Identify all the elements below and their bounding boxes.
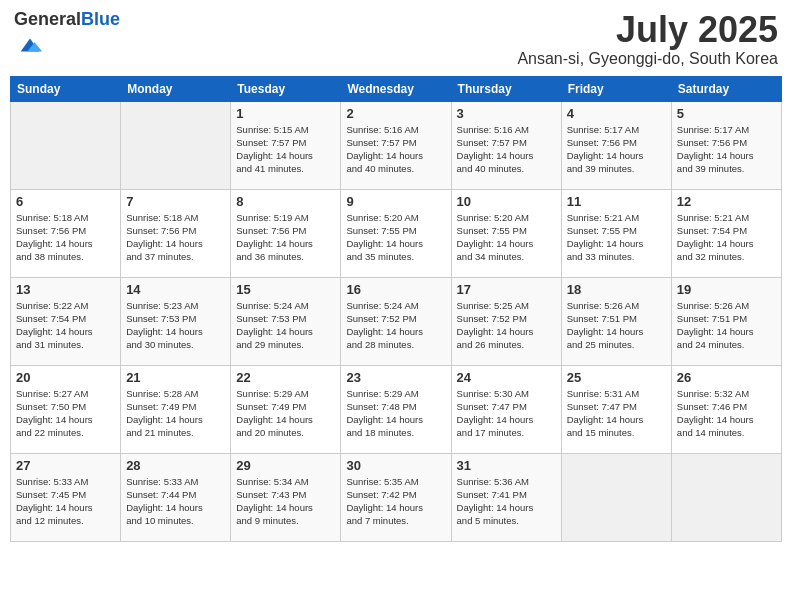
day-number: 30 [346, 458, 445, 473]
day-number: 11 [567, 194, 666, 209]
calendar-cell [121, 101, 231, 189]
title-block: July 2025 Ansan-si, Gyeonggi-do, South K… [517, 10, 778, 68]
calendar-cell: 3Sunrise: 5:16 AM Sunset: 7:57 PM Daylig… [451, 101, 561, 189]
calendar-cell: 26Sunrise: 5:32 AM Sunset: 7:46 PM Dayli… [671, 365, 781, 453]
day-detail: Sunrise: 5:29 AM Sunset: 7:49 PM Dayligh… [236, 387, 335, 440]
calendar-cell: 15Sunrise: 5:24 AM Sunset: 7:53 PM Dayli… [231, 277, 341, 365]
day-number: 24 [457, 370, 556, 385]
day-detail: Sunrise: 5:28 AM Sunset: 7:49 PM Dayligh… [126, 387, 225, 440]
logo-general: General [14, 9, 81, 29]
day-detail: Sunrise: 5:31 AM Sunset: 7:47 PM Dayligh… [567, 387, 666, 440]
location-title: Ansan-si, Gyeonggi-do, South Korea [517, 50, 778, 68]
weekday-header-cell: Sunday [11, 76, 121, 101]
logo: GeneralBlue [14, 10, 120, 62]
weekday-header-cell: Tuesday [231, 76, 341, 101]
calendar-cell: 10Sunrise: 5:20 AM Sunset: 7:55 PM Dayli… [451, 189, 561, 277]
calendar-cell: 16Sunrise: 5:24 AM Sunset: 7:52 PM Dayli… [341, 277, 451, 365]
calendar-cell: 21Sunrise: 5:28 AM Sunset: 7:49 PM Dayli… [121, 365, 231, 453]
day-number: 26 [677, 370, 776, 385]
day-number: 20 [16, 370, 115, 385]
day-detail: Sunrise: 5:17 AM Sunset: 7:56 PM Dayligh… [677, 123, 776, 176]
day-number: 29 [236, 458, 335, 473]
calendar-cell: 29Sunrise: 5:34 AM Sunset: 7:43 PM Dayli… [231, 453, 341, 541]
day-detail: Sunrise: 5:24 AM Sunset: 7:53 PM Dayligh… [236, 299, 335, 352]
day-number: 25 [567, 370, 666, 385]
calendar-table: SundayMondayTuesdayWednesdayThursdayFrid… [10, 76, 782, 542]
day-detail: Sunrise: 5:35 AM Sunset: 7:42 PM Dayligh… [346, 475, 445, 528]
day-number: 5 [677, 106, 776, 121]
day-detail: Sunrise: 5:30 AM Sunset: 7:47 PM Dayligh… [457, 387, 556, 440]
weekday-header-cell: Thursday [451, 76, 561, 101]
day-detail: Sunrise: 5:26 AM Sunset: 7:51 PM Dayligh… [677, 299, 776, 352]
calendar-cell: 23Sunrise: 5:29 AM Sunset: 7:48 PM Dayli… [341, 365, 451, 453]
day-detail: Sunrise: 5:19 AM Sunset: 7:56 PM Dayligh… [236, 211, 335, 264]
day-detail: Sunrise: 5:16 AM Sunset: 7:57 PM Dayligh… [346, 123, 445, 176]
day-number: 19 [677, 282, 776, 297]
calendar-cell: 4Sunrise: 5:17 AM Sunset: 7:56 PM Daylig… [561, 101, 671, 189]
calendar-cell: 12Sunrise: 5:21 AM Sunset: 7:54 PM Dayli… [671, 189, 781, 277]
calendar-cell: 13Sunrise: 5:22 AM Sunset: 7:54 PM Dayli… [11, 277, 121, 365]
day-number: 2 [346, 106, 445, 121]
day-detail: Sunrise: 5:33 AM Sunset: 7:44 PM Dayligh… [126, 475, 225, 528]
calendar-cell: 1Sunrise: 5:15 AM Sunset: 7:57 PM Daylig… [231, 101, 341, 189]
day-number: 31 [457, 458, 556, 473]
day-number: 28 [126, 458, 225, 473]
calendar-week-row: 13Sunrise: 5:22 AM Sunset: 7:54 PM Dayli… [11, 277, 782, 365]
day-number: 1 [236, 106, 335, 121]
calendar-cell: 7Sunrise: 5:18 AM Sunset: 7:56 PM Daylig… [121, 189, 231, 277]
day-number: 4 [567, 106, 666, 121]
page-header: GeneralBlue July 2025 Ansan-si, Gyeonggi… [10, 10, 782, 68]
day-number: 27 [16, 458, 115, 473]
calendar-week-row: 6Sunrise: 5:18 AM Sunset: 7:56 PM Daylig… [11, 189, 782, 277]
calendar-cell: 27Sunrise: 5:33 AM Sunset: 7:45 PM Dayli… [11, 453, 121, 541]
day-detail: Sunrise: 5:21 AM Sunset: 7:54 PM Dayligh… [677, 211, 776, 264]
calendar-week-row: 27Sunrise: 5:33 AM Sunset: 7:45 PM Dayli… [11, 453, 782, 541]
day-detail: Sunrise: 5:22 AM Sunset: 7:54 PM Dayligh… [16, 299, 115, 352]
day-detail: Sunrise: 5:29 AM Sunset: 7:48 PM Dayligh… [346, 387, 445, 440]
calendar-cell [11, 101, 121, 189]
day-number: 7 [126, 194, 225, 209]
day-detail: Sunrise: 5:34 AM Sunset: 7:43 PM Dayligh… [236, 475, 335, 528]
calendar-cell: 28Sunrise: 5:33 AM Sunset: 7:44 PM Dayli… [121, 453, 231, 541]
day-detail: Sunrise: 5:32 AM Sunset: 7:46 PM Dayligh… [677, 387, 776, 440]
weekday-header-cell: Wednesday [341, 76, 451, 101]
day-detail: Sunrise: 5:15 AM Sunset: 7:57 PM Dayligh… [236, 123, 335, 176]
day-detail: Sunrise: 5:21 AM Sunset: 7:55 PM Dayligh… [567, 211, 666, 264]
calendar-cell: 18Sunrise: 5:26 AM Sunset: 7:51 PM Dayli… [561, 277, 671, 365]
calendar-body: 1Sunrise: 5:15 AM Sunset: 7:57 PM Daylig… [11, 101, 782, 541]
calendar-cell [671, 453, 781, 541]
day-number: 13 [16, 282, 115, 297]
day-detail: Sunrise: 5:24 AM Sunset: 7:52 PM Dayligh… [346, 299, 445, 352]
day-detail: Sunrise: 5:18 AM Sunset: 7:56 PM Dayligh… [126, 211, 225, 264]
day-detail: Sunrise: 5:20 AM Sunset: 7:55 PM Dayligh… [346, 211, 445, 264]
day-number: 3 [457, 106, 556, 121]
calendar-cell: 6Sunrise: 5:18 AM Sunset: 7:56 PM Daylig… [11, 189, 121, 277]
weekday-header-cell: Friday [561, 76, 671, 101]
calendar-cell: 31Sunrise: 5:36 AM Sunset: 7:41 PM Dayli… [451, 453, 561, 541]
day-detail: Sunrise: 5:20 AM Sunset: 7:55 PM Dayligh… [457, 211, 556, 264]
calendar-cell: 22Sunrise: 5:29 AM Sunset: 7:49 PM Dayli… [231, 365, 341, 453]
day-number: 12 [677, 194, 776, 209]
logo-icon [16, 30, 44, 58]
day-number: 14 [126, 282, 225, 297]
calendar-cell [561, 453, 671, 541]
day-detail: Sunrise: 5:17 AM Sunset: 7:56 PM Dayligh… [567, 123, 666, 176]
day-number: 9 [346, 194, 445, 209]
calendar-cell: 20Sunrise: 5:27 AM Sunset: 7:50 PM Dayli… [11, 365, 121, 453]
day-number: 8 [236, 194, 335, 209]
day-number: 6 [16, 194, 115, 209]
day-number: 23 [346, 370, 445, 385]
day-number: 15 [236, 282, 335, 297]
day-detail: Sunrise: 5:27 AM Sunset: 7:50 PM Dayligh… [16, 387, 115, 440]
day-number: 10 [457, 194, 556, 209]
logo-blue: Blue [81, 9, 120, 29]
calendar-week-row: 20Sunrise: 5:27 AM Sunset: 7:50 PM Dayli… [11, 365, 782, 453]
calendar-cell: 30Sunrise: 5:35 AM Sunset: 7:42 PM Dayli… [341, 453, 451, 541]
day-detail: Sunrise: 5:16 AM Sunset: 7:57 PM Dayligh… [457, 123, 556, 176]
day-detail: Sunrise: 5:18 AM Sunset: 7:56 PM Dayligh… [16, 211, 115, 264]
day-detail: Sunrise: 5:26 AM Sunset: 7:51 PM Dayligh… [567, 299, 666, 352]
calendar-cell: 17Sunrise: 5:25 AM Sunset: 7:52 PM Dayli… [451, 277, 561, 365]
weekday-header-row: SundayMondayTuesdayWednesdayThursdayFrid… [11, 76, 782, 101]
day-detail: Sunrise: 5:25 AM Sunset: 7:52 PM Dayligh… [457, 299, 556, 352]
calendar-week-row: 1Sunrise: 5:15 AM Sunset: 7:57 PM Daylig… [11, 101, 782, 189]
